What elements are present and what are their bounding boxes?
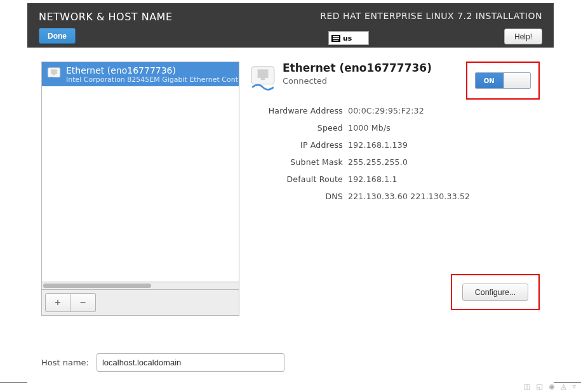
horizontal-scrollbar[interactable] bbox=[41, 282, 239, 290]
keyboard-layout-indicator[interactable]: us bbox=[328, 31, 369, 45]
toggle-knob bbox=[504, 73, 531, 88]
speed-label: Speed bbox=[250, 123, 348, 133]
header-bar: NETWORK & HOST NAME Done RED HAT ENTERPR… bbox=[27, 3, 554, 48]
hostname-input[interactable] bbox=[97, 353, 284, 372]
toggle-on-label: ON bbox=[476, 73, 504, 88]
hostname-label: Host name: bbox=[41, 358, 89, 367]
ip-value: 192.168.1.139 bbox=[348, 140, 408, 150]
device-name: Ethernet (eno16777736) bbox=[66, 65, 239, 75]
hw-label: Hardware Address bbox=[250, 106, 348, 115]
connection-properties: Hardware Address 00:0C:29:95:F2:32 Speed… bbox=[250, 106, 540, 201]
ethernet-large-icon bbox=[250, 65, 276, 92]
connection-status: Connected bbox=[283, 76, 432, 86]
svg-rect-2 bbox=[53, 74, 55, 75]
speed-value: 1000 Mb/s bbox=[348, 123, 391, 133]
configure-button[interactable]: Configure... bbox=[462, 284, 528, 301]
highlight-box-toggle: ON bbox=[466, 62, 540, 100]
highlight-box-configure: Configure... bbox=[451, 274, 540, 310]
connection-toggle[interactable]: ON bbox=[475, 72, 531, 89]
help-button[interactable]: Help! bbox=[504, 29, 542, 44]
keyboard-icon bbox=[331, 35, 340, 42]
svg-rect-5 bbox=[261, 77, 265, 80]
add-device-button[interactable]: + bbox=[45, 293, 70, 312]
device-list-item[interactable]: Ethernet (eno16777736) Intel Corporation… bbox=[42, 62, 239, 86]
mask-value: 255.255.255.0 bbox=[348, 157, 408, 167]
hostname-row: Host name: bbox=[41, 353, 284, 372]
device-desc: Intel Corporation 82545EM Gigabit Ethern… bbox=[66, 75, 239, 84]
ethernet-icon bbox=[47, 67, 61, 81]
connection-details: Ethernet (eno16777736) Connected ON Hard… bbox=[250, 62, 540, 209]
device-list-toolbar: + − bbox=[41, 290, 239, 316]
installer-subtitle: RED HAT ENTERPRISE LINUX 7.2 INSTALLATIO… bbox=[320, 11, 542, 21]
page-title: NETWORK & HOST NAME bbox=[39, 11, 173, 23]
ip-label: IP Address bbox=[250, 140, 348, 150]
mask-label: Subnet Mask bbox=[250, 157, 348, 167]
content-area: Ethernet (eno16777736) Intel Corporation… bbox=[27, 48, 554, 384]
remove-device-button[interactable]: − bbox=[70, 293, 96, 312]
device-list[interactable]: Ethernet (eno16777736) Intel Corporation… bbox=[41, 62, 239, 282]
done-button[interactable]: Done bbox=[39, 28, 76, 44]
dns-label: DNS bbox=[250, 192, 348, 201]
route-label: Default Route bbox=[250, 174, 348, 184]
keyboard-layout-label: us bbox=[343, 34, 352, 42]
hw-value: 00:0C:29:95:F2:32 bbox=[348, 106, 424, 115]
dns-value: 221.130.33.60 221.130.33.52 bbox=[348, 192, 470, 201]
route-value: 192.168.1.1 bbox=[348, 174, 397, 184]
scrollbar-thumb[interactable] bbox=[43, 284, 151, 288]
connection-title: Ethernet (eno16777736) bbox=[283, 62, 432, 74]
tray-icons: ◫ ◱ ◉ ◬ ▿ bbox=[524, 382, 578, 391]
